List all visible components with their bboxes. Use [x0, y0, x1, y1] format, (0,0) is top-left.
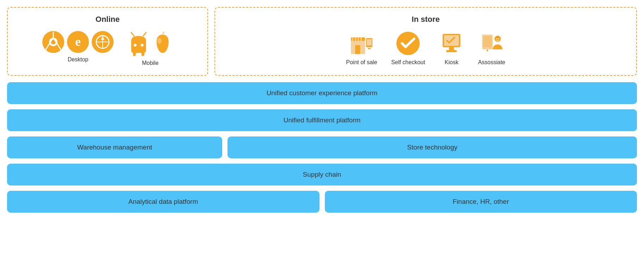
kiosk-item: Kiosk: [439, 31, 464, 66]
supply-chain-row: Supply chain: [7, 164, 637, 185]
svg-rect-33: [449, 47, 454, 50]
online-title: Online: [96, 15, 120, 24]
svg-point-39: [496, 38, 497, 39]
svg-point-37: [487, 50, 488, 51]
online-box: Online: [7, 7, 208, 76]
edge-icon: e: [67, 31, 89, 53]
compass-icon: [92, 31, 114, 53]
associate-item: Assossiate: [478, 31, 505, 66]
finance-box: Finance, HR, other: [325, 191, 637, 213]
top-row: Online: [7, 7, 637, 76]
associate-icon: [479, 31, 504, 56]
svg-point-13: [134, 44, 136, 47]
android-icon: [128, 31, 150, 56]
analytics-box: Analytical data platform: [7, 191, 320, 213]
storefront-icon: [349, 31, 374, 56]
svg-line-16: [143, 32, 146, 36]
desktop-label: Desktop: [68, 56, 89, 63]
pos-icon-group: [349, 31, 374, 56]
svg-text:e: e: [75, 35, 81, 49]
svg-rect-17: [133, 52, 136, 56]
svg-line-15: [131, 32, 134, 36]
svg-rect-29: [368, 48, 371, 49]
warehouse-store-row: Warehouse management Store technology: [7, 136, 637, 158]
selfcheckout-icon: [396, 31, 420, 56]
kiosk-icon: [439, 31, 464, 56]
selfcheckout-icon-group: [396, 31, 420, 56]
warehouse-box: Warehouse management: [7, 136, 222, 158]
desktop-icon-group: e: [42, 31, 114, 53]
chrome-icon: [42, 31, 64, 53]
kiosk-label: Kiosk: [445, 59, 458, 66]
mobile-label: Mobile: [142, 60, 158, 66]
instore-title: In store: [412, 15, 439, 24]
svg-point-40: [498, 38, 499, 39]
svg-rect-25: [358, 37, 359, 41]
instore-box: In store: [214, 7, 637, 76]
mobile-icon-group: [128, 31, 173, 56]
svg-rect-36: [483, 36, 492, 47]
associate-label: Assossiate: [478, 59, 505, 66]
svg-rect-26: [360, 37, 362, 41]
unified-cx-row: Unified customer experience platform: [7, 82, 637, 104]
mobile-item: Mobile: [128, 31, 173, 66]
svg-rect-21: [355, 45, 360, 54]
unified-fp-row: Unified fulfillment platform: [7, 109, 637, 131]
svg-point-14: [141, 44, 144, 47]
selfcheckout-item: Self checkout: [391, 31, 425, 66]
main-container: Online: [7, 7, 637, 213]
svg-point-19: [157, 38, 162, 44]
pos-item: Point of sale: [346, 31, 377, 66]
svg-rect-24: [355, 37, 356, 41]
instore-items: Point of sale Self checkout: [346, 31, 505, 66]
svg-rect-23: [352, 37, 353, 41]
online-items: e: [42, 31, 173, 66]
associate-icon-group: [479, 31, 504, 56]
svg-rect-34: [446, 50, 457, 52]
svg-rect-18: [141, 52, 144, 56]
apple-icon: [152, 32, 173, 56]
selfcheckout-label: Self checkout: [391, 59, 425, 66]
kiosk-icon-group: [439, 31, 464, 56]
store-tech-box: Store technology: [227, 136, 637, 158]
analytics-finance-row: Analytical data platform Finance, HR, ot…: [7, 191, 637, 213]
svg-rect-28: [367, 39, 372, 45]
desktop-item: e: [42, 31, 114, 63]
pos-label: Point of sale: [346, 59, 377, 66]
